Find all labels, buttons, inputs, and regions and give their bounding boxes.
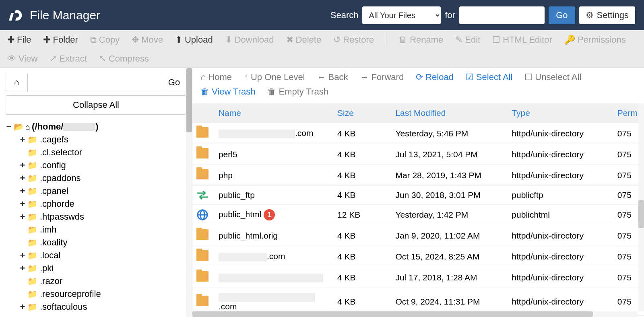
nav-reload[interactable]: ⟳Reload bbox=[416, 72, 454, 82]
expand-icon[interactable]: + bbox=[19, 185, 26, 198]
row-size: 4 KB bbox=[333, 186, 391, 205]
tree-item[interactable]: 📁.cl.selector bbox=[19, 146, 186, 159]
tree-root[interactable]: − 📂 ⌂ (/home/) bbox=[6, 120, 186, 133]
folder-icon: 📁 bbox=[27, 146, 37, 159]
path-input[interactable] bbox=[28, 73, 162, 92]
sidebar-scrollbar[interactable] bbox=[186, 68, 192, 317]
tree-item[interactable]: +📁.local bbox=[19, 249, 186, 262]
row-modified: Jul 13, 2021, 5:04 PM bbox=[391, 144, 508, 165]
reload-icon: ⟳ bbox=[416, 72, 423, 82]
nav-home[interactable]: ⌂Home bbox=[200, 72, 232, 82]
trash-icon: 🗑 bbox=[200, 86, 209, 97]
tree-item[interactable]: +📁.htpasswds bbox=[19, 210, 186, 223]
tree-item[interactable]: +📁.cphorde bbox=[19, 198, 186, 210]
row-type: publichtml bbox=[508, 205, 613, 225]
eye-icon: 👁 bbox=[7, 54, 16, 64]
edit-button[interactable]: ✎Edit bbox=[455, 35, 480, 45]
rename-button[interactable]: 🗎Rename bbox=[398, 35, 443, 45]
col-size[interactable]: Size bbox=[333, 103, 391, 123]
collapse-icon[interactable]: − bbox=[6, 120, 12, 133]
expand-icon[interactable]: + bbox=[19, 262, 26, 275]
row-name: perl5 bbox=[215, 144, 333, 165]
uncheck-icon: ☐ bbox=[524, 72, 533, 82]
expand-icon[interactable]: + bbox=[19, 172, 26, 185]
extract-button[interactable]: ⤢Extract bbox=[50, 54, 87, 64]
table-row[interactable]: 4 KBJul 17, 2018, 1:28 AMhttpd/unix-dire… bbox=[192, 267, 644, 288]
upload-icon: ⬆ bbox=[175, 35, 182, 45]
app-title: File Manager bbox=[30, 8, 100, 22]
expand-icon[interactable]: + bbox=[19, 301, 26, 313]
permissions-button[interactable]: 🔑Permissions bbox=[564, 35, 626, 45]
tree-item-label: .softaculous bbox=[40, 301, 87, 313]
table-row[interactable]: perl54 KBJul 13, 2021, 5:04 PMhttpd/unix… bbox=[192, 144, 644, 165]
expand-icon[interactable]: + bbox=[19, 249, 26, 262]
toolbar-divider bbox=[386, 33, 386, 47]
home-icon: ⌂ bbox=[25, 120, 30, 133]
nav-select-all[interactable]: ☑Select All bbox=[466, 72, 513, 82]
new-file-button[interactable]: ✚File bbox=[7, 35, 31, 45]
row-name bbox=[215, 267, 333, 288]
download-button[interactable]: ⬇Download bbox=[225, 35, 274, 45]
tree-item[interactable]: +📁.softaculous bbox=[19, 301, 186, 313]
content-hscrollbar[interactable] bbox=[192, 311, 638, 317]
upload-button[interactable]: ⬆Upload bbox=[175, 35, 213, 45]
nav-view-trash[interactable]: 🗑View Trash bbox=[200, 86, 255, 97]
table-row[interactable]: php4 KBMar 28, 2019, 1:43 PMhttpd/unix-d… bbox=[192, 165, 644, 186]
key-icon: 🔑 bbox=[564, 35, 575, 45]
tree-item[interactable]: 📁.koality bbox=[19, 236, 186, 249]
table-row[interactable]: public_html.orig4 KBJan 9, 2020, 11:02 A… bbox=[192, 225, 644, 246]
col-type[interactable]: Type bbox=[508, 103, 613, 123]
tree-item[interactable]: +📁.config bbox=[19, 159, 186, 172]
tree-item[interactable]: 📁.razor bbox=[19, 275, 186, 288]
new-folder-button[interactable]: ✚Folder bbox=[43, 35, 78, 45]
search-go-button[interactable]: Go bbox=[549, 6, 575, 24]
folder-icon: 📁 bbox=[27, 236, 37, 249]
collapse-all-button[interactable]: Collapse All bbox=[6, 95, 186, 115]
content-vscrollbar[interactable] bbox=[638, 103, 644, 311]
expand-icon[interactable]: + bbox=[19, 198, 26, 210]
col-modified[interactable]: Last Modified bbox=[391, 103, 508, 123]
expand-icon[interactable]: + bbox=[19, 210, 26, 223]
tree-item[interactable]: +📁.cpaddons bbox=[19, 172, 186, 185]
row-icon-cell bbox=[192, 165, 215, 186]
row-modified: Jun 30, 2018, 3:01 PM bbox=[391, 186, 508, 205]
table-row[interactable]: .com4 KBYesterday, 5:46 PMhttpd/unix-dir… bbox=[192, 123, 644, 144]
move-button[interactable]: ✥Move bbox=[132, 35, 163, 45]
row-name: public_html.orig bbox=[215, 225, 333, 246]
row-name: public_ftp bbox=[215, 186, 333, 205]
table-row[interactable]: public_html112 KBYesterday, 1:42 PMpubli… bbox=[192, 205, 644, 225]
compress-button[interactable]: ⤡Compress bbox=[99, 54, 149, 64]
tree-item-label: .cpanel bbox=[40, 185, 68, 198]
search-scope-select[interactable]: All Your Files bbox=[362, 6, 441, 24]
restore-button[interactable]: ↺Restore bbox=[333, 35, 374, 45]
expand-icon[interactable]: + bbox=[19, 133, 26, 146]
nav-back[interactable]: ←Back bbox=[317, 72, 348, 82]
table-row[interactable]: public_ftp4 KBJun 30, 2018, 3:01 PMpubli… bbox=[192, 186, 644, 205]
path-go-button[interactable]: Go bbox=[162, 73, 186, 92]
expand-icon[interactable]: + bbox=[19, 159, 26, 172]
nav-up-one-level[interactable]: ↑Up One Level bbox=[244, 72, 305, 82]
view-button[interactable]: 👁View bbox=[7, 54, 37, 64]
tree-item[interactable]: +📁.cpanel bbox=[19, 185, 186, 198]
row-modified: Yesterday, 1:42 PM bbox=[391, 205, 508, 225]
col-name[interactable]: Name bbox=[215, 103, 333, 123]
table-row[interactable]: .com4 KBOct 15, 2024, 8:25 AMhttpd/unix-… bbox=[192, 246, 644, 267]
file-table: Name Size Last Modified Type Permi .com4… bbox=[192, 103, 644, 316]
download-icon: ⬇ bbox=[225, 35, 232, 45]
tree-item[interactable]: 📁.imh bbox=[19, 223, 186, 236]
tree-item-label: .koality bbox=[40, 236, 67, 249]
search-input[interactable] bbox=[459, 6, 545, 24]
path-home-button[interactable]: ⌂ bbox=[6, 73, 28, 92]
nav-forward[interactable]: →Forward bbox=[360, 72, 404, 82]
html-editor-button[interactable]: ☐HTML Editor bbox=[492, 35, 552, 45]
tree-item[interactable]: 📁.resourceprofile bbox=[19, 288, 186, 301]
tree-item-label: .cagefs bbox=[40, 133, 68, 146]
nav-unselect-all[interactable]: ☐Unselect All bbox=[524, 72, 581, 82]
settings-button[interactable]: ⚙ Settings bbox=[579, 6, 636, 24]
row-icon-cell bbox=[192, 144, 215, 165]
nav-empty-trash[interactable]: 🗑Empty Trash bbox=[267, 86, 328, 97]
delete-button[interactable]: ✖Delete bbox=[286, 35, 322, 45]
copy-button[interactable]: ⧉Copy bbox=[90, 35, 120, 45]
tree-item[interactable]: +📁.cagefs bbox=[19, 133, 186, 146]
tree-item[interactable]: +📁.pki bbox=[19, 262, 186, 275]
